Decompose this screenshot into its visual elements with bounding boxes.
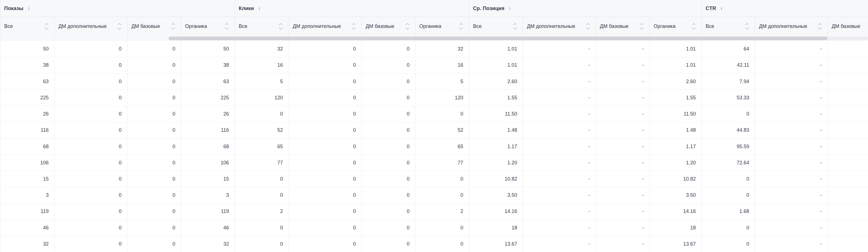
chevron-down-icon[interactable] (279, 27, 283, 30)
horizontal-scrollbar-track[interactable] (168, 37, 868, 40)
info-icon[interactable]: i (509, 6, 511, 11)
table-cell: 106 (181, 155, 235, 171)
table-cell: 0 (362, 73, 415, 89)
table-cell (828, 57, 868, 73)
sort-chevrons[interactable] (171, 23, 175, 30)
table-cell: - (755, 122, 828, 138)
chevron-up-icon[interactable] (171, 23, 175, 25)
table-cell: 15 (0, 171, 54, 187)
table-cell: 0 (288, 220, 362, 236)
table-cell: 2.60 (649, 73, 702, 89)
chevron-down-icon[interactable] (640, 27, 644, 30)
sort-chevrons[interactable] (692, 23, 696, 30)
table-cell (828, 236, 868, 252)
column-header-label: ДМ дополнительные (58, 24, 107, 29)
table-cell: 0 (127, 41, 181, 57)
table-cell: 1.01 (469, 57, 523, 73)
chevron-up-icon[interactable] (405, 23, 409, 25)
table-cell: - (523, 41, 596, 57)
horizontal-scrollbar-thumb[interactable] (168, 37, 828, 40)
table-cell: 0 (702, 187, 755, 203)
table-cell: - (755, 138, 828, 154)
chevron-down-icon[interactable] (44, 27, 49, 30)
chevron-up-icon[interactable] (459, 23, 463, 25)
sort-chevrons[interactable] (586, 23, 590, 30)
chevron-down-icon[interactable] (459, 27, 463, 30)
chevron-up-icon[interactable] (225, 23, 229, 25)
table-cell: - (523, 204, 596, 219)
table-cell: - (596, 122, 649, 138)
column-header-label: ДМ базовые (600, 24, 628, 29)
chevron-up-icon[interactable] (352, 23, 356, 25)
chevron-up-icon[interactable] (692, 23, 696, 25)
column-header-0-1[interactable]: ДМ дополнительные (54, 17, 127, 41)
column-header-label: Все (706, 24, 714, 29)
table-cell: 0 (362, 204, 415, 219)
table-cell (828, 73, 868, 89)
table-cell: 0 (702, 236, 755, 252)
table-cell: 0 (362, 41, 415, 57)
sort-chevrons[interactable] (459, 23, 463, 30)
table-cell: 2 (235, 204, 288, 219)
column-header-label: ДМ базовые (366, 24, 394, 29)
chevron-down-icon[interactable] (405, 27, 409, 30)
table-cell: 0 (702, 171, 755, 187)
table-cell: 0 (288, 204, 362, 219)
table-cell (828, 204, 868, 219)
table-cell: 63 (0, 73, 54, 89)
chevron-down-icon[interactable] (171, 27, 175, 30)
info-icon[interactable]: i (721, 6, 722, 11)
table-cell: 0 (362, 138, 415, 154)
chevron-down-icon[interactable] (586, 27, 590, 30)
table-cell: 0 (288, 57, 362, 73)
sort-chevrons[interactable] (818, 23, 822, 30)
table-cell: 15 (181, 171, 235, 187)
table-cell: 0 (288, 155, 362, 171)
table-cell: 5 (415, 73, 469, 89)
chevron-up-icon[interactable] (640, 23, 644, 25)
column-header-0-0[interactable]: Все (0, 17, 54, 41)
sort-chevrons[interactable] (352, 23, 356, 30)
chevron-down-icon[interactable] (225, 27, 229, 30)
chevron-up-icon[interactable] (44, 23, 49, 25)
chevron-down-icon[interactable] (745, 27, 749, 30)
table-row: 320032000013.67--13.670- (0, 236, 868, 252)
sort-chevrons[interactable] (745, 23, 749, 30)
table-cell: 3 (181, 187, 235, 203)
chevron-up-icon[interactable] (818, 23, 822, 25)
sort-chevrons[interactable] (640, 23, 644, 30)
table-cell: 0 (288, 73, 362, 89)
sort-chevrons[interactable] (513, 23, 517, 30)
info-icon[interactable]: i (28, 6, 30, 11)
sort-chevrons[interactable] (225, 23, 229, 30)
chevron-down-icon[interactable] (692, 27, 696, 30)
sort-chevrons[interactable] (117, 23, 122, 30)
chevron-up-icon[interactable] (586, 23, 590, 25)
sort-chevrons[interactable] (279, 23, 283, 30)
table-cell (828, 155, 868, 171)
table-cell: 0 (235, 171, 288, 187)
chevron-up-icon[interactable] (745, 23, 749, 25)
table-cell: 65 (235, 138, 288, 154)
chevron-down-icon[interactable] (352, 27, 356, 30)
table-cell: - (755, 90, 828, 106)
table-cell: 0 (362, 155, 415, 171)
table-cell: - (755, 41, 828, 57)
chevron-up-icon[interactable] (279, 23, 283, 25)
chevron-down-icon[interactable] (117, 27, 122, 30)
chevron-up-icon[interactable] (117, 23, 122, 25)
table-cell: - (523, 90, 596, 106)
info-icon[interactable]: i (259, 6, 260, 11)
table-cell: 0 (235, 106, 288, 122)
chevron-down-icon[interactable] (513, 27, 517, 30)
sort-chevrons[interactable] (44, 23, 49, 30)
table-cell: 46 (0, 220, 54, 236)
table-row: 5000503200321.01--1.0164- (0, 41, 868, 57)
table-cell: 0 (288, 187, 362, 203)
chevron-down-icon[interactable] (818, 27, 822, 30)
table-group-header-row: ПоказыiКликиiСр. ПозицияiCTRi (0, 0, 868, 17)
chevron-up-icon[interactable] (513, 23, 517, 25)
table-cell: - (596, 155, 649, 171)
sort-chevrons[interactable] (405, 23, 409, 30)
column-header-label: ДМ базовые (131, 24, 160, 29)
